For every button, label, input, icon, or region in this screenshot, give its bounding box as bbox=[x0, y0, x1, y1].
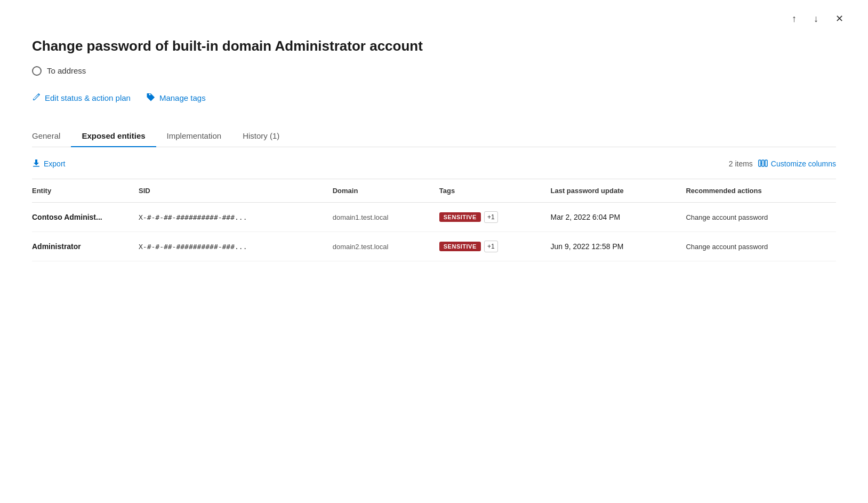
col-sid: SID bbox=[139, 179, 333, 203]
svg-rect-2 bbox=[762, 160, 764, 166]
entity-recommended-actions: Change account password bbox=[686, 202, 836, 231]
export-label: Export bbox=[44, 159, 65, 168]
entity-name[interactable]: Contoso Administ... bbox=[32, 202, 139, 231]
customize-columns-label: Customize columns bbox=[771, 159, 836, 168]
table-row: Administrator X-#-#-##-##########-###...… bbox=[32, 231, 836, 261]
down-arrow-icon: ↓ bbox=[814, 13, 818, 25]
table-toolbar: Export 2 items Customize columns bbox=[32, 147, 836, 179]
tag-overflow-badge[interactable]: +1 bbox=[484, 211, 498, 223]
edit-status-button[interactable]: Edit status & action plan bbox=[32, 91, 131, 106]
entities-table: Entity SID Domain Tags Last password upd… bbox=[32, 179, 836, 261]
navigate-up-button[interactable]: ↑ bbox=[789, 11, 800, 27]
tags-cell: SENSITIVE +1 bbox=[439, 241, 542, 252]
tag-icon bbox=[147, 93, 155, 103]
manage-tags-label: Manage tags bbox=[159, 93, 206, 102]
pencil-icon bbox=[32, 93, 41, 103]
col-last-password-update: Last password update bbox=[550, 179, 686, 203]
items-count: 2 items bbox=[729, 159, 753, 168]
entity-sid: X-#-#-##-##########-###... bbox=[139, 231, 333, 261]
export-button[interactable]: Export bbox=[32, 157, 65, 171]
close-icon: ✕ bbox=[835, 13, 843, 25]
entity-domain: domain2.test.local bbox=[333, 231, 439, 261]
to-address-row: To address bbox=[32, 66, 836, 76]
columns-icon bbox=[758, 159, 768, 169]
tab-general[interactable]: General bbox=[32, 125, 71, 147]
radio-circle-icon bbox=[32, 66, 42, 76]
col-entity: Entity bbox=[32, 179, 139, 203]
entity-domain: domain1.test.local bbox=[333, 202, 439, 231]
export-icon bbox=[32, 159, 41, 169]
action-bar: Edit status & action plan Manage tags bbox=[32, 91, 836, 106]
entity-sid: X-#-#-##-##########-###... bbox=[139, 202, 333, 231]
tags-cell: SENSITIVE +1 bbox=[439, 211, 542, 223]
col-recommended-actions: Recommended actions bbox=[686, 179, 836, 203]
manage-tags-button[interactable]: Manage tags bbox=[147, 91, 206, 106]
close-button[interactable]: ✕ bbox=[832, 11, 847, 27]
entity-recommended-actions: Change account password bbox=[686, 231, 836, 261]
edit-status-label: Edit status & action plan bbox=[45, 93, 131, 102]
col-domain: Domain bbox=[333, 179, 439, 203]
table-header-row: Entity SID Domain Tags Last password upd… bbox=[32, 179, 836, 203]
svg-rect-0 bbox=[33, 166, 39, 167]
entity-last-password-update: Jun 9, 2022 12:58 PM bbox=[550, 231, 686, 261]
svg-rect-3 bbox=[765, 160, 767, 166]
svg-rect-1 bbox=[759, 160, 761, 166]
sensitive-badge: SENSITIVE bbox=[439, 242, 481, 251]
table-row: Contoso Administ... X-#-#-##-##########-… bbox=[32, 202, 836, 231]
customize-columns-button[interactable]: Customize columns bbox=[758, 159, 836, 169]
tab-implementation[interactable]: Implementation bbox=[156, 125, 232, 147]
panel-title: Change password of built-in domain Admin… bbox=[32, 37, 836, 55]
toolbar-left: Export bbox=[32, 157, 65, 171]
tabs-container: General Exposed entities Implementation … bbox=[32, 125, 836, 147]
tab-exposed-entities[interactable]: Exposed entities bbox=[71, 125, 156, 147]
toolbar-right: 2 items Customize columns bbox=[729, 159, 836, 169]
entity-last-password-update: Mar 2, 2022 6:04 PM bbox=[550, 202, 686, 231]
col-tags: Tags bbox=[439, 179, 551, 203]
tag-overflow-badge[interactable]: +1 bbox=[484, 241, 498, 252]
navigate-down-button[interactable]: ↓ bbox=[810, 11, 822, 27]
sensitive-badge: SENSITIVE bbox=[439, 212, 481, 222]
entity-tags: SENSITIVE +1 bbox=[439, 231, 551, 261]
entity-tags: SENSITIVE +1 bbox=[439, 202, 551, 231]
up-arrow-icon: ↑ bbox=[792, 13, 797, 25]
to-address-label: To address bbox=[47, 66, 86, 75]
tab-history[interactable]: History (1) bbox=[232, 125, 290, 147]
top-controls: ↑ ↓ ✕ bbox=[789, 11, 847, 27]
detail-panel: ↑ ↓ ✕ Change password of built-in domain… bbox=[0, 0, 868, 503]
entity-name[interactable]: Administrator bbox=[32, 231, 139, 261]
